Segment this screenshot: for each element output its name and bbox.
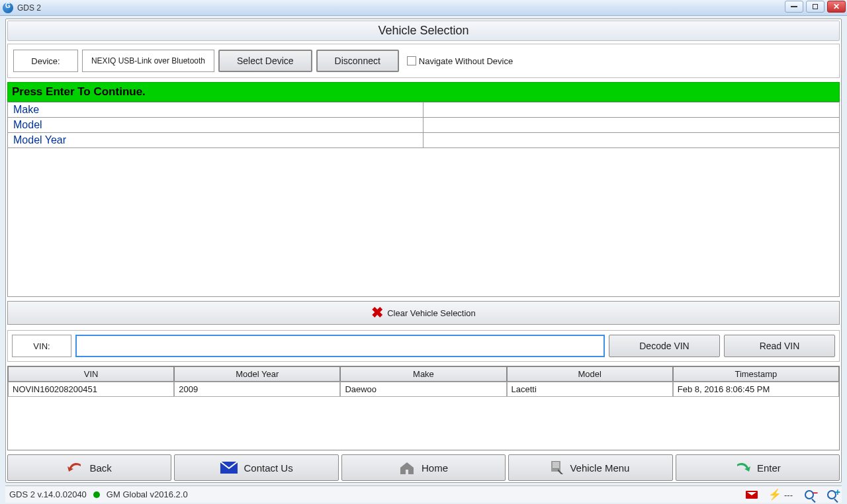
clear-vehicle-selection-label: Clear Vehicle Selection	[387, 308, 476, 318]
back-button[interactable]: Back	[7, 454, 171, 481]
vin-row: VIN: Decode VIN Read VIN	[7, 330, 840, 362]
disconnect-button[interactable]: Disconnect	[316, 50, 399, 72]
selection-row-model[interactable]: Model	[8, 117, 839, 132]
home-button[interactable]: Home	[341, 454, 506, 481]
main-panel: Vehicle Selection Device: NEXIQ USB-Link…	[5, 19, 842, 483]
app-icon	[3, 3, 13, 13]
nav-row: Back Contact Us Home Vehicle Menu	[7, 454, 840, 481]
mail-status-icon[interactable]	[746, 489, 758, 501]
app-version: GDS 2 v.14.0.02040	[9, 489, 87, 499]
device-row: Device: NEXIQ USB-Link over Bluetooth Se…	[7, 44, 840, 78]
mail-icon	[220, 462, 238, 474]
status-bar: GDS 2 v.14.0.02040 GM Global v2016.2.0 ⚡…	[5, 485, 842, 503]
back-icon	[67, 462, 83, 474]
vin-label: VIN:	[12, 335, 71, 357]
contact-button[interactable]: Contact Us	[174, 454, 338, 481]
clear-vehicle-selection-button[interactable]: ✖ Clear Vehicle Selection	[7, 301, 840, 325]
selection-value-make	[424, 103, 839, 117]
minimize-button[interactable]	[785, 1, 803, 13]
maximize-button[interactable]	[806, 1, 825, 13]
vehicle-menu-label: Vehicle Menu	[570, 462, 629, 474]
table-row[interactable]: NOVIN160208200451 2009 Daewoo Lacetti Fe…	[8, 382, 839, 397]
cell-model: Lacetti	[507, 382, 673, 397]
history-table: VIN Model Year Make Model Timestamp NOVI…	[7, 366, 840, 450]
page-title: Vehicle Selection	[7, 21, 840, 41]
vin-input[interactable]	[75, 335, 605, 357]
col-model[interactable]: Model	[507, 366, 673, 382]
col-make[interactable]: Make	[340, 366, 506, 382]
svg-rect-3	[553, 464, 559, 466]
selection-value-model	[424, 118, 839, 132]
zoom-in-button[interactable]	[826, 489, 838, 501]
navigate-without-device-checkbox[interactable]	[407, 56, 416, 65]
status-message: Press Enter To Continue.	[7, 82, 840, 102]
selection-empty-area	[7, 148, 840, 297]
selection-key-model: Model	[8, 118, 424, 132]
home-label: Home	[422, 462, 448, 474]
col-model-year[interactable]: Model Year	[174, 366, 340, 382]
enter-icon	[735, 462, 750, 474]
bolt-icon: ⚡	[768, 489, 781, 500]
svg-rect-4	[553, 466, 559, 468]
cell-timestamp: Feb 8, 2016 8:06:45 PM	[673, 382, 839, 397]
selection-value-model-year	[424, 133, 839, 147]
cell-model-year: 2009	[174, 382, 340, 397]
device-name: NEXIQ USB-Link over Bluetooth	[82, 50, 214, 72]
status-indicator-icon	[93, 491, 100, 498]
col-timestamp[interactable]: Timestamp	[673, 366, 839, 382]
menu-icon	[551, 461, 563, 474]
connection-text: ---	[784, 490, 793, 500]
read-vin-button[interactable]: Read VIN	[724, 335, 835, 357]
cell-make: Daewoo	[340, 382, 506, 397]
enter-button[interactable]: Enter	[676, 454, 840, 481]
navigate-without-device-label: Navigate Without Device	[419, 56, 513, 66]
selection-key-model-year: Model Year	[8, 133, 424, 147]
zoom-out-button[interactable]	[803, 489, 815, 501]
back-label: Back	[90, 462, 112, 474]
device-label: Device:	[13, 50, 78, 72]
window-title: GDS 2	[17, 3, 41, 13]
connection-status: ⚡ ---	[768, 488, 793, 501]
col-vin[interactable]: VIN	[8, 366, 174, 382]
cell-vin: NOVIN160208200451	[8, 382, 174, 397]
select-device-button[interactable]: Select Device	[218, 50, 312, 72]
home-icon	[399, 461, 415, 474]
svg-rect-2	[553, 462, 559, 464]
vehicle-menu-button[interactable]: Vehicle Menu	[508, 454, 672, 481]
close-button[interactable]: ✕	[827, 1, 846, 13]
enter-label: Enter	[757, 462, 781, 474]
contact-label: Contact Us	[244, 462, 293, 474]
decode-vin-button[interactable]: Decode VIN	[609, 335, 720, 357]
clear-icon: ✖	[371, 304, 383, 321]
global-version: GM Global v2016.2.0	[107, 489, 188, 499]
selection-row-model-year[interactable]: Model Year	[8, 132, 839, 147]
selection-key-make: Make	[8, 103, 424, 117]
titlebar: GDS 2 ✕	[0, 0, 847, 16]
selection-row-make[interactable]: Make	[8, 102, 839, 117]
selection-grid: Make Model Model Year	[7, 102, 840, 148]
